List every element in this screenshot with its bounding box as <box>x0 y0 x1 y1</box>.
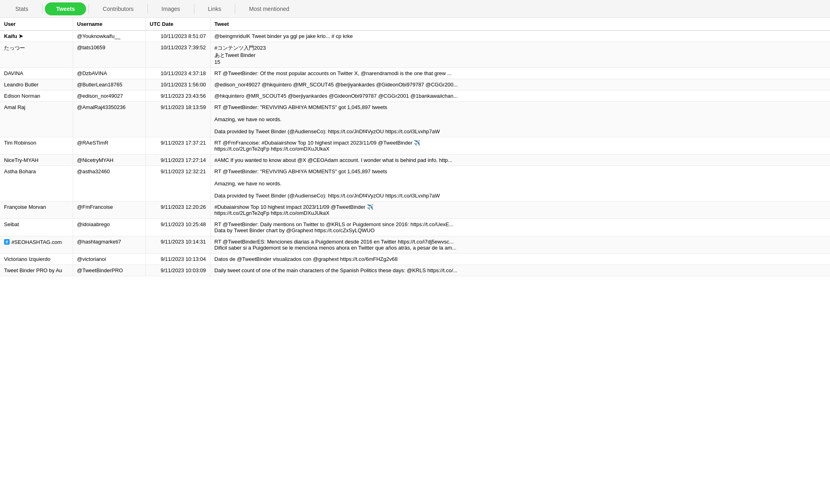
cell-user: NiceTry-MYAH <box>0 155 73 166</box>
cell-user: Victoriano Izquierdo <box>0 254 73 265</box>
cell-tweet: RT @TweetBinder: "REVIVING ABHIYA MOMENT… <box>210 166 830 202</box>
cell-user: Tweet Binder PRO by Au <box>0 265 73 276</box>
table-row: Kaifu ➤@Youknowkaifu__10/11/2023 8:51:07… <box>0 31 830 42</box>
cell-user: Tim Robinson <box>0 137 73 155</box>
cell-date: 10/11/2023 8:51:07 <box>145 31 210 42</box>
cell-date: 9/11/2023 12:32:21 <box>145 166 210 202</box>
cell-tweet: @hkquintero @MR_SCOUT45 @berjiyankardes … <box>210 90 830 102</box>
table-row: Seibat@idoiaabrego9/11/2023 10:25:48RT @… <box>0 219 830 236</box>
cell-tweet: Daily tweet count of one of the main cha… <box>210 265 830 276</box>
table-row: Edison Norman@edison_nor490279/11/2023 2… <box>0 90 830 102</box>
cell-user: Astha Bohara <box>0 166 73 202</box>
cell-date: 10/11/2023 7:39:52 <box>145 42 210 68</box>
cell-user: Edison Norman <box>0 90 73 102</box>
table-row: # #SEOHASHTAG.com@hashtagmarketi79/11/20… <box>0 236 830 254</box>
cell-tweet: #AMC If you wanted to know about @X @CEO… <box>210 155 830 166</box>
cell-username: @edison_nor49027 <box>73 90 145 102</box>
cell-tweet: RT @TweetBinder: "REVIVING ABHIYA MOMENT… <box>210 102 830 137</box>
table-row: Amal Raj@AmalRaj433502369/11/2023 18:13:… <box>0 102 830 137</box>
cell-tweet: RT @TweetBinder: Of the most popular acc… <box>210 68 830 79</box>
table-row: Victoriano Izquierdo@victorianoi9/11/202… <box>0 254 830 265</box>
table-header-row: User Username UTC Date Tweet <box>0 18 830 31</box>
cell-user: Françoise Morvan <box>0 202 73 219</box>
cell-username: @ButlerLean18765 <box>73 79 145 90</box>
cell-tweet: @edison_nor49027 @hkquintero @MR_SCOUT45… <box>210 79 830 90</box>
cell-tweet: @beingmridulK Tweet binder ya ggl pe jak… <box>210 31 830 42</box>
table-row: たっつー@tats1065910/11/2023 7:39:52#コンテンツ入門… <box>0 42 830 68</box>
cell-user: Amal Raj <box>0 102 73 137</box>
col-header-tweet[interactable]: Tweet <box>210 18 830 31</box>
cell-username: @victorianoi <box>73 254 145 265</box>
tab-tweets[interactable]: Tweets <box>45 2 86 15</box>
cell-username: @hashtagmarketi7 <box>73 236 145 254</box>
cell-user: DAVINA <box>0 68 73 79</box>
tab-divider-1 <box>42 4 42 14</box>
cell-username: @Youknowkaifu__ <box>73 31 145 42</box>
cell-date: 9/11/2023 23:43:56 <box>145 90 210 102</box>
cell-date: 9/11/2023 17:27:14 <box>145 155 210 166</box>
table-row: Tim Robinson@RAeSTimR9/11/2023 17:37:21R… <box>0 137 830 155</box>
cell-tweet: RT @TweetBinder: Daily mentions on Twitt… <box>210 219 830 236</box>
cell-tweet: #Dubaiairshow Top 10 highest impact 2023… <box>210 202 830 219</box>
cell-username: @astha32460 <box>73 166 145 202</box>
cell-username: @idoiaabrego <box>73 219 145 236</box>
cell-tweet: #コンテンツ入門2023 あとTweet Binder 15 <box>210 42 830 68</box>
table-row: NiceTry-MYAH@NicetryMYAH9/11/2023 17:27:… <box>0 155 830 166</box>
cell-date: 10/11/2023 4:37:18 <box>145 68 210 79</box>
tweets-table: User Username UTC Date Tweet Kaifu ➤@You… <box>0 18 830 276</box>
cell-date: 9/11/2023 10:25:48 <box>145 219 210 236</box>
col-header-date[interactable]: UTC Date <box>145 18 210 31</box>
table-row: Astha Bohara@astha324609/11/2023 12:32:2… <box>0 166 830 202</box>
cell-tweet: RT @FmFrancoise: #Dubaiairshow Top 10 hi… <box>210 137 830 155</box>
tab-images[interactable]: Images <box>150 2 192 15</box>
cell-username: @NicetryMYAH <box>73 155 145 166</box>
cell-date: 10/11/2023 1:56:00 <box>145 79 210 90</box>
tab-stats[interactable]: Stats <box>4 2 40 15</box>
cell-username: @TweetBinderPRO <box>73 265 145 276</box>
col-header-user[interactable]: User <box>0 18 73 31</box>
cell-date: 9/11/2023 17:37:21 <box>145 137 210 155</box>
cell-date: 9/11/2023 18:13:59 <box>145 102 210 137</box>
tab-bar: Stats Tweets Contributors Images Links M… <box>0 0 830 18</box>
cell-user: Seibat <box>0 219 73 236</box>
col-header-username[interactable]: Username <box>73 18 145 31</box>
cell-date: 9/11/2023 10:14:31 <box>145 236 210 254</box>
cell-date: 9/11/2023 10:13:04 <box>145 254 210 265</box>
cell-username: @tats10659 <box>73 42 145 68</box>
cell-user: たっつー <box>0 42 73 68</box>
tab-divider-3 <box>147 4 148 14</box>
cell-username: @RAeSTimR <box>73 137 145 155</box>
cell-username: @DzbAVINA <box>73 68 145 79</box>
tab-most-mentioned[interactable]: Most mentioned <box>238 2 301 15</box>
table-row: Leandro Butler@ButlerLean1876510/11/2023… <box>0 79 830 90</box>
table-row: Tweet Binder PRO by Au@TweetBinderPRO9/1… <box>0 265 830 276</box>
tab-divider-4 <box>194 4 194 14</box>
cell-tweet: Datos de @TweetBinder visualizados con @… <box>210 254 830 265</box>
cell-user: # #SEOHASHTAG.com <box>0 236 73 254</box>
cell-date: 9/11/2023 12:20:26 <box>145 202 210 219</box>
tab-divider-5 <box>235 4 235 14</box>
cell-tweet: RT @TweetBinderES: Menciones diarias a P… <box>210 236 830 254</box>
table-row: Françoise Morvan@FmFrancoise9/11/2023 12… <box>0 202 830 219</box>
cell-user: Leandro Butler <box>0 79 73 90</box>
tab-divider-2 <box>88 4 89 14</box>
tab-links[interactable]: Links <box>197 2 233 15</box>
cell-username: @FmFrancoise <box>73 202 145 219</box>
tweets-table-container: User Username UTC Date Tweet Kaifu ➤@You… <box>0 18 830 276</box>
cell-date: 9/11/2023 10:03:09 <box>145 265 210 276</box>
tab-contributors[interactable]: Contributors <box>91 2 145 15</box>
cell-username: @AmalRaj43350236 <box>73 102 145 137</box>
table-row: DAVINA@DzbAVINA10/11/2023 4:37:18RT @Twe… <box>0 68 830 79</box>
cell-user: Kaifu ➤ <box>0 31 73 42</box>
